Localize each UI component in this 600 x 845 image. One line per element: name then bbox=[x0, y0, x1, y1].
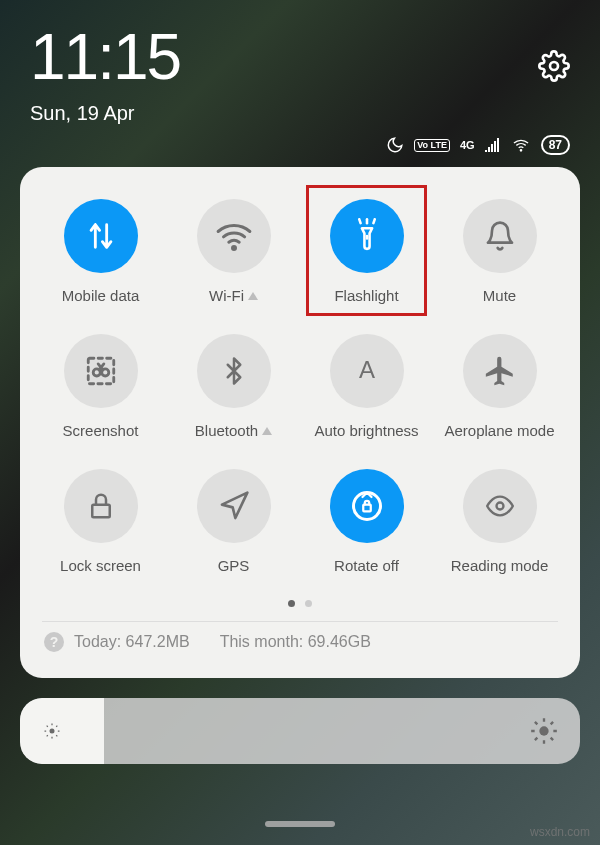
usage-today: Today: 647.2MB bbox=[74, 633, 190, 651]
plane-icon bbox=[483, 354, 517, 388]
svg-point-26 bbox=[539, 726, 548, 735]
svg-rect-13 bbox=[92, 505, 110, 518]
gear-icon bbox=[538, 50, 570, 82]
volte-badge: Vo LTE bbox=[414, 139, 450, 152]
svg-text:A: A bbox=[358, 356, 374, 383]
status-bar: 11:15 Sun, 19 Apr bbox=[0, 0, 600, 135]
status-indicators: Vo LTE 4G 87 bbox=[0, 135, 600, 167]
usage-month: This month: 69.46GB bbox=[220, 633, 371, 651]
mobile-data-toggle[interactable] bbox=[64, 199, 138, 273]
date: Sun, 19 Apr bbox=[30, 102, 180, 125]
data-usage-row[interactable]: ? Today: 647.2MB This month: 69.46GB bbox=[38, 632, 562, 658]
brightness-fill bbox=[20, 698, 104, 764]
svg-line-34 bbox=[551, 722, 553, 724]
svg-line-6 bbox=[373, 219, 374, 223]
page-indicator[interactable] bbox=[38, 600, 562, 607]
lock-icon bbox=[86, 490, 116, 522]
settings-button[interactable] bbox=[538, 50, 570, 82]
tile-aeroplane-mode[interactable]: Aeroplane mode bbox=[437, 334, 562, 439]
tile-rotate-off[interactable]: Rotate off bbox=[304, 469, 429, 574]
wifi-toggle[interactable] bbox=[197, 199, 271, 273]
rotate-lock-icon bbox=[349, 488, 385, 524]
lock-screen-toggle[interactable] bbox=[64, 469, 138, 543]
tile-label: Aeroplane mode bbox=[444, 422, 554, 439]
svg-line-4 bbox=[359, 219, 360, 223]
network-type: 4G bbox=[460, 139, 475, 151]
page-dot-1 bbox=[288, 600, 295, 607]
watermark: wsxdn.com bbox=[530, 825, 590, 839]
gps-icon bbox=[218, 490, 250, 522]
flashlight-icon bbox=[351, 218, 383, 254]
expand-caret-icon[interactable] bbox=[248, 292, 258, 300]
signal-icon bbox=[485, 138, 501, 152]
arrows-icon bbox=[84, 219, 118, 253]
svg-line-31 bbox=[535, 722, 537, 724]
reading-mode-toggle[interactable] bbox=[463, 469, 537, 543]
tile-label: Mobile data bbox=[62, 287, 140, 304]
svg-point-17 bbox=[50, 729, 55, 734]
flashlight-toggle[interactable] bbox=[330, 199, 404, 273]
svg-point-0 bbox=[550, 62, 558, 70]
tile-label: Auto brightness bbox=[314, 422, 418, 439]
tile-label: Bluetooth bbox=[195, 422, 272, 439]
brightness-low-icon bbox=[42, 721, 62, 741]
tile-mute[interactable]: Mute bbox=[437, 199, 562, 304]
tile-wifi[interactable]: Wi-Fi bbox=[171, 199, 296, 304]
tile-label: Wi-Fi bbox=[209, 287, 258, 304]
bell-icon bbox=[484, 220, 516, 252]
tile-reading-mode[interactable]: Reading mode bbox=[437, 469, 562, 574]
tile-label: Screenshot bbox=[63, 422, 139, 439]
quick-settings-panel: Mobile dataWi-FiFlashlightMuteScreenshot… bbox=[20, 167, 580, 678]
expand-caret-icon[interactable] bbox=[262, 427, 272, 435]
brightness-slider[interactable] bbox=[20, 698, 580, 764]
tile-mobile-data[interactable]: Mobile data bbox=[38, 199, 163, 304]
divider bbox=[42, 621, 558, 622]
tile-lock-screen[interactable]: Lock screen bbox=[38, 469, 163, 574]
svg-line-22 bbox=[47, 726, 48, 727]
time-date-block: 11:15 Sun, 19 Apr bbox=[30, 20, 180, 125]
tile-label: Lock screen bbox=[60, 557, 141, 574]
svg-point-16 bbox=[496, 503, 503, 510]
svg-point-1 bbox=[520, 150, 521, 151]
dnd-icon bbox=[386, 136, 404, 154]
bluetooth-toggle[interactable] bbox=[197, 334, 271, 408]
aeroplane-mode-toggle[interactable] bbox=[463, 334, 537, 408]
tile-label: Reading mode bbox=[451, 557, 549, 574]
screenshot-toggle[interactable] bbox=[64, 334, 138, 408]
navigation-handle[interactable] bbox=[265, 821, 335, 827]
tile-screenshot[interactable]: Screenshot bbox=[38, 334, 163, 439]
tile-label: Mute bbox=[483, 287, 516, 304]
brightness-a-icon: A bbox=[351, 355, 383, 387]
tile-flashlight[interactable]: Flashlight bbox=[304, 199, 429, 304]
tile-label: Flashlight bbox=[334, 287, 398, 304]
brightness-high-icon bbox=[530, 717, 558, 745]
tile-gps[interactable]: GPS bbox=[171, 469, 296, 574]
svg-point-14 bbox=[353, 493, 380, 520]
svg-line-23 bbox=[56, 735, 57, 736]
bluetooth-icon bbox=[219, 354, 249, 388]
wifi-icon bbox=[216, 218, 252, 254]
wifi-status-icon bbox=[511, 137, 531, 153]
page-dot-2 bbox=[305, 600, 312, 607]
eye-icon bbox=[482, 492, 518, 520]
auto-brightness-toggle[interactable]: A bbox=[330, 334, 404, 408]
screenshot-icon bbox=[84, 354, 118, 388]
svg-point-2 bbox=[232, 247, 235, 250]
tile-bluetooth[interactable]: Bluetooth bbox=[171, 334, 296, 439]
rotate-off-toggle[interactable] bbox=[330, 469, 404, 543]
battery-indicator: 87 bbox=[541, 135, 570, 155]
tile-auto-brightness[interactable]: AAuto brightness bbox=[304, 334, 429, 439]
svg-line-32 bbox=[551, 738, 553, 740]
svg-line-33 bbox=[535, 738, 537, 740]
quick-settings-grid: Mobile dataWi-FiFlashlightMuteScreenshot… bbox=[38, 199, 562, 574]
svg-line-24 bbox=[47, 735, 48, 736]
clock: 11:15 bbox=[30, 20, 180, 94]
tile-label: GPS bbox=[218, 557, 250, 574]
svg-line-25 bbox=[56, 726, 57, 727]
mute-toggle[interactable] bbox=[463, 199, 537, 273]
tile-label: Rotate off bbox=[334, 557, 399, 574]
info-icon: ? bbox=[44, 632, 64, 652]
gps-toggle[interactable] bbox=[197, 469, 271, 543]
